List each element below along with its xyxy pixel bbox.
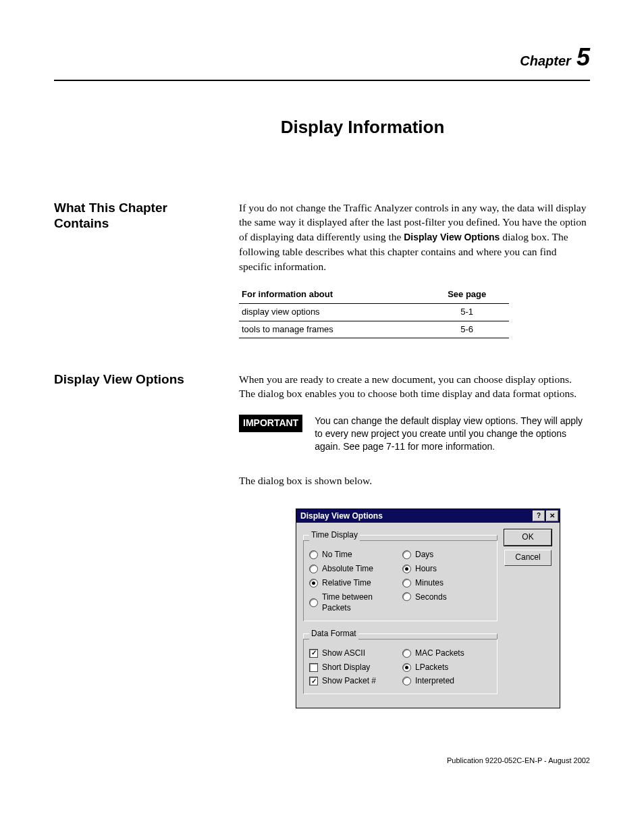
data-format-right-col: MAC Packets LPackets Interpreted	[402, 646, 491, 688]
data-format-group: Data Format Show ASCII Short Display Sho…	[303, 628, 498, 694]
check-label: Show ASCII	[322, 648, 365, 659]
section-what-contains: What This Chapter Contains If you do not…	[54, 201, 590, 338]
radio-label: Time between Packets	[322, 592, 398, 615]
radio-no-time[interactable]: No Time	[309, 548, 398, 562]
table-cell: 5-1	[425, 304, 509, 321]
check-show-packet-num[interactable]: Show Packet #	[309, 674, 398, 688]
radio-icon	[402, 565, 411, 573]
section-heading: What This Chapter Contains	[54, 201, 223, 232]
radio-icon	[402, 649, 411, 658]
radio-label: Days	[415, 549, 433, 561]
table-row: display view options 5-1	[239, 304, 509, 321]
important-callout: IMPORTANT You can change the default dis…	[239, 415, 590, 453]
radio-relative-time[interactable]: Relative Time	[309, 576, 398, 590]
radio-icon	[309, 579, 318, 588]
cancel-button[interactable]: Cancel	[504, 550, 552, 566]
para-bold: Display View Options	[404, 232, 500, 242]
dialog-body: Time Display No Time Absolute Time Relat…	[296, 523, 560, 708]
check-label: Show Packet #	[322, 675, 376, 687]
dialog-titlebar: Display View Options ? ✕	[296, 509, 560, 523]
radio-icon	[309, 565, 318, 573]
radio-minutes[interactable]: Minutes	[402, 576, 491, 590]
radio-icon	[309, 550, 318, 559]
section-body: When you are ready to create a new docum…	[239, 372, 590, 709]
important-text: You can change the default display view …	[315, 415, 590, 453]
radio-hours[interactable]: Hours	[402, 562, 491, 576]
section-display-view: Display View Options When you are ready …	[54, 372, 590, 709]
radio-label: Minutes	[415, 577, 444, 589]
radio-label: Absolute Time	[322, 563, 373, 575]
page-title: Display Information	[54, 115, 590, 139]
display-view-options-dialog: Display View Options ? ✕ Time Display No…	[296, 509, 560, 709]
radio-label: Hours	[415, 563, 437, 575]
radio-icon	[402, 677, 411, 685]
time-display-group: Time Display No Time Absolute Time Relat…	[303, 529, 498, 621]
time-display-left-col: No Time Absolute Time Relative Time Time…	[309, 548, 398, 615]
data-format-legend: Data Format	[309, 628, 358, 640]
radio-icon	[402, 550, 411, 559]
header-rule	[54, 80, 590, 81]
table-cell: display view options	[239, 304, 425, 321]
chapter-number: 5	[576, 43, 590, 71]
table-header-info: For information about	[239, 286, 425, 304]
section-heading: Display View Options	[54, 372, 223, 388]
dvo-para2: The dialog box is shown below.	[239, 473, 590, 488]
data-format-left-col: Show ASCII Short Display Show Packet #	[309, 646, 398, 688]
dvo-para1: When you are ready to create a new docum…	[239, 372, 590, 401]
check-show-ascii[interactable]: Show ASCII	[309, 646, 398, 660]
radio-label: No Time	[322, 549, 352, 561]
section-body: If you do not change the Traffic Analyze…	[239, 201, 590, 338]
table-header-page: See page	[425, 286, 509, 304]
radio-label: LPackets	[415, 662, 448, 673]
checkbox-icon	[309, 677, 318, 685]
checkbox-icon	[309, 649, 318, 658]
radio-icon	[402, 579, 411, 588]
radio-mac-packets[interactable]: MAC Packets	[402, 646, 491, 660]
radio-icon	[309, 598, 318, 607]
table-cell: 5-6	[425, 321, 509, 338]
radio-label: Interpreted	[415, 675, 454, 687]
ok-button[interactable]: OK	[504, 529, 552, 546]
page-footer: Publication 9220-052C-EN-P - August 2002	[54, 756, 590, 766]
check-label: Short Display	[322, 662, 370, 673]
reference-table: For information about See page display v…	[239, 286, 509, 338]
close-icon[interactable]: ✕	[546, 511, 558, 521]
radio-icon	[402, 592, 411, 601]
table-row: tools to manage frames 5-6	[239, 321, 509, 338]
checkbox-icon	[309, 663, 318, 672]
radio-absolute-time[interactable]: Absolute Time	[309, 562, 398, 576]
dialog-buttons: OK Cancel	[504, 529, 553, 701]
chapter-word: Chapter	[520, 53, 571, 68]
radio-label: MAC Packets	[415, 648, 464, 659]
radio-icon	[402, 663, 411, 672]
intro-paragraph: If you do not change the Traffic Analyze…	[239, 201, 590, 273]
radio-seconds[interactable]: Seconds	[402, 590, 491, 604]
important-tag: IMPORTANT	[239, 415, 302, 432]
chapter-header: Chapter 5	[54, 41, 590, 74]
check-short-display[interactable]: Short Display	[309, 660, 398, 675]
radio-days[interactable]: Days	[402, 548, 491, 562]
dialog-title: Display View Options	[300, 511, 531, 522]
radio-time-between-packets[interactable]: Time between Packets	[309, 590, 398, 616]
radio-label: Relative Time	[322, 577, 371, 589]
dialog-wrapper: Display View Options ? ✕ Time Display No…	[239, 509, 590, 709]
radio-label: Seconds	[415, 592, 447, 603]
dialog-fields: Time Display No Time Absolute Time Relat…	[303, 529, 498, 701]
time-display-legend: Time Display	[309, 529, 360, 541]
time-display-right-col: Days Hours Minutes Seconds	[402, 548, 491, 615]
radio-lpackets[interactable]: LPackets	[402, 660, 491, 675]
help-icon[interactable]: ?	[533, 511, 545, 521]
radio-interpreted[interactable]: Interpreted	[402, 674, 491, 688]
table-cell: tools to manage frames	[239, 321, 425, 338]
